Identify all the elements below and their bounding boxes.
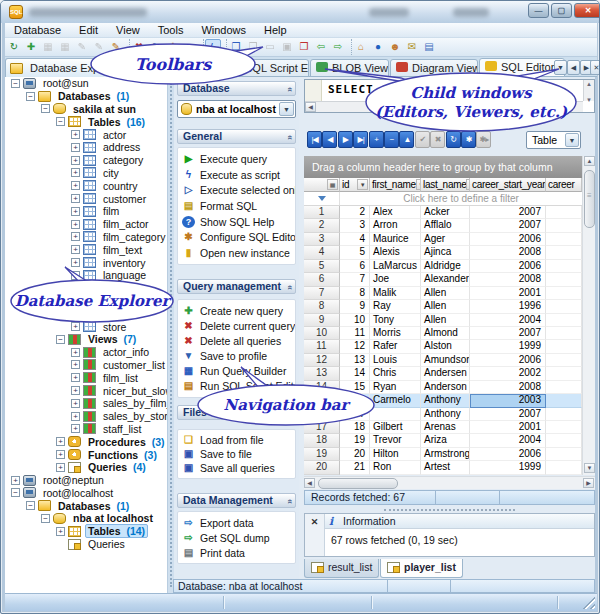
chevron-down-icon[interactable]: ▼	[279, 102, 294, 116]
nav-item-save-all-queries[interactable]: ▣Save all queries	[178, 461, 295, 475]
tree-item-root-neptun[interactable]: +root@neptun	[5, 474, 167, 487]
tree-item-rental[interactable]: +rental	[5, 295, 167, 308]
data-cell[interactable]: 1996	[470, 300, 546, 313]
data-cell[interactable]: Ariza	[421, 434, 470, 447]
tree-item-actor-info[interactable]: +actor_info	[5, 346, 167, 359]
nav-item-run-query-builder[interactable]: ▦Run Query Builder	[178, 363, 295, 378]
data-cell[interactable]: Amundson	[421, 354, 470, 367]
view-mode-combo[interactable]: Table ▼	[526, 131, 581, 149]
tree-item-queries[interactable]: +Queries (4)	[5, 461, 167, 474]
data-cell[interactable]: 5	[340, 246, 370, 259]
collapse-chevron-icon[interactable]: «	[283, 499, 296, 504]
data-cell[interactable]: 1999	[470, 461, 546, 474]
data-cell[interactable]	[546, 367, 582, 380]
new-window-icon[interactable]: ❐	[228, 39, 244, 55]
data-cell[interactable]: Carmelo	[370, 394, 421, 407]
nav-item-execute-selected-only[interactable]: ▷Execute selected only	[178, 182, 295, 198]
close-icon[interactable]: ✕	[305, 514, 324, 530]
nav-item-print-data[interactable]: ▤Print data	[178, 545, 295, 560]
forward-icon[interactable]: ⇨	[330, 39, 346, 55]
tree-item-databases[interactable]: −Databases (1)	[5, 499, 167, 512]
tree-item-root-sun[interactable]: −root@sun	[5, 77, 167, 90]
table-row[interactable]: 910TonyAllen2004	[304, 314, 582, 327]
tree-item-root-localhost[interactable]: −root@localhost	[5, 487, 167, 500]
menu-item-database[interactable]: Database	[5, 23, 70, 38]
fetch-all-button[interactable]: ✱	[461, 131, 476, 148]
expand-icon[interactable]: +	[11, 476, 20, 485]
row-number-cell[interactable]: 3	[304, 233, 340, 246]
data-cell[interactable]: Joe	[370, 273, 421, 286]
expand-icon[interactable]: +	[71, 130, 80, 139]
data-cell[interactable]: Ajinca	[421, 246, 470, 259]
data-cell[interactable]: Afflalo	[421, 219, 470, 232]
close-window-icon[interactable]: ❐	[296, 39, 312, 55]
section-header-data-management[interactable]: Data Management«	[177, 493, 296, 508]
data-cell[interactable]: 2007	[470, 206, 546, 219]
tree-item-procedures[interactable]: +Procedures (3)	[5, 435, 167, 448]
row-number-cell[interactable]: 19	[304, 448, 340, 461]
tree-item-sales-by-film-categor[interactable]: +sales_by_film_categor	[5, 397, 167, 410]
expand-icon[interactable]: +	[71, 220, 80, 229]
tree-item-staff[interactable]: +staff	[5, 307, 167, 320]
data-cell[interactable]: Louis	[370, 354, 421, 367]
data-cell[interactable]: 14	[340, 367, 370, 380]
add-user-icon[interactable]: ✚	[23, 39, 39, 55]
refresh-icon[interactable]: ↻	[6, 39, 22, 55]
nav-item-run-sql-script-editor[interactable]: ▤Run SQL Script Editor	[178, 378, 295, 393]
expand-icon[interactable]: +	[71, 271, 80, 280]
data-cell[interactable]: Gilbert	[370, 421, 421, 434]
tab-sql-script-editor[interactable]: SQL Script Editor	[223, 59, 309, 77]
data-cell[interactable]	[546, 421, 582, 434]
data-cell[interactable]: Hilton	[370, 448, 421, 461]
tree-item-databases[interactable]: −Databases (1)	[5, 90, 167, 103]
filter-icon-cell[interactable]	[304, 192, 340, 205]
edit-record-button[interactable]: ▲	[399, 131, 414, 148]
row-number-cell[interactable]: 16	[304, 408, 340, 421]
edit-object-icon[interactable]: ✎	[148, 39, 164, 55]
tree-item-film-text[interactable]: +film_text	[5, 243, 167, 256]
menu-item-help[interactable]: Help	[255, 23, 296, 38]
expand-icon[interactable]: +	[71, 245, 80, 254]
section-header-query-management[interactable]: Query management«	[177, 279, 296, 294]
nav-item-show-sql-help[interactable]: ?Show SQL Help	[178, 214, 295, 230]
resize-grip[interactable]	[583, 597, 595, 609]
collapse-chevron-icon[interactable]: «	[283, 87, 296, 92]
data-cell[interactable]: 2004	[470, 314, 546, 327]
data-cell[interactable]: Anderson	[421, 381, 470, 394]
tab-list-dropdown[interactable]: ▼	[554, 60, 567, 75]
data-cell[interactable]	[546, 246, 582, 259]
grid-hscrollbar[interactable]: ◀ ▶	[304, 476, 595, 489]
column-filter-dropdown-icon[interactable]: ▼	[357, 179, 368, 190]
data-cell[interactable]: Alexander	[421, 273, 470, 286]
expand-icon[interactable]: +	[56, 450, 65, 459]
home-icon[interactable]: ⌂	[353, 39, 369, 55]
hscroll-thumb[interactable]	[318, 478, 398, 489]
menu-item-tools[interactable]: Tools	[149, 23, 193, 38]
expand-icon[interactable]: +	[71, 399, 80, 408]
tree-item-city[interactable]: +city	[5, 167, 167, 180]
collapse-icon[interactable]: −	[56, 117, 65, 126]
nav-item-get-sql-dump[interactable]: ⇨Get SQL dump	[178, 530, 295, 545]
row-number-cell[interactable]: 7	[304, 287, 340, 300]
database-explorer-panel-tab[interactable]: Database Explorer	[5, 58, 168, 77]
exit-icon[interactable]: ✖	[131, 39, 147, 55]
data-cell[interactable]: 3	[340, 219, 370, 232]
expand-icon[interactable]: +	[71, 412, 80, 421]
data-cell[interactable]: 19	[340, 434, 370, 447]
filter-hint[interactable]: Click here to define a filter	[340, 192, 582, 205]
table-row[interactable]: 12AlexAcker2007	[304, 206, 582, 219]
data-cell[interactable]: Acker	[421, 206, 470, 219]
tree-item-country[interactable]: +country	[5, 179, 167, 192]
tree-item-nicer-but-slower-film-[interactable]: +nicer_but_slower_film_	[5, 384, 167, 397]
tree-item-film-category[interactable]: +film_category	[5, 231, 167, 244]
title-bar[interactable]: SQL —▢✕	[1, 1, 600, 23]
row-number-cell[interactable]: 10	[304, 327, 340, 340]
data-cell[interactable]: Artest	[421, 461, 470, 474]
expand-icon[interactable]: +	[71, 322, 80, 331]
data-cell[interactable]: 2007	[470, 408, 546, 421]
expand-icon[interactable]: +	[56, 527, 65, 536]
data-cell[interactable]: 2006	[470, 233, 546, 246]
data-cell[interactable]: 16	[340, 394, 370, 407]
collapse-icon[interactable]: −	[11, 79, 20, 88]
delete-record-button[interactable]: −	[384, 131, 399, 148]
